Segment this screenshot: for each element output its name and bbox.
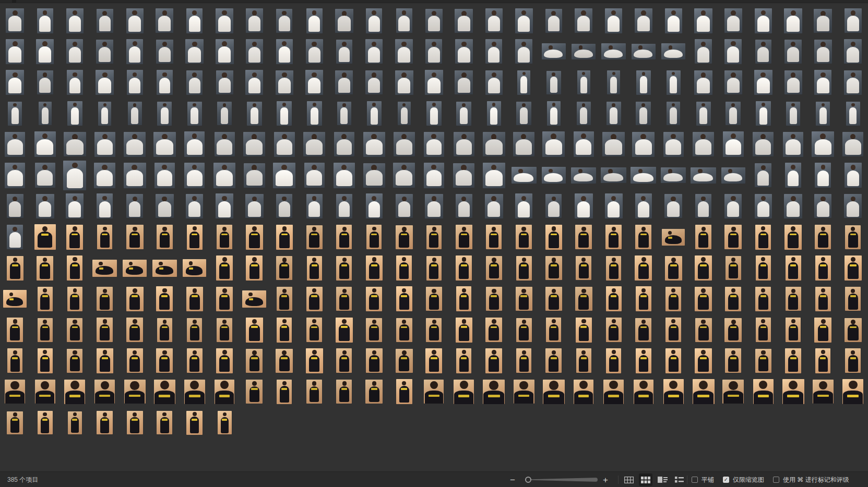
photo-thumbnail[interactable] xyxy=(366,318,382,342)
photo-thumbnail[interactable] xyxy=(365,380,383,404)
photo-thumbnail[interactable] xyxy=(184,380,205,404)
photo-thumbnail[interactable] xyxy=(785,163,801,188)
photo-thumbnail[interactable] xyxy=(335,70,353,94)
photo-thumbnail[interactable] xyxy=(726,256,741,280)
photo-thumbnail[interactable] xyxy=(7,194,23,218)
photo-thumbnail[interactable] xyxy=(456,348,471,373)
photo-thumbnail[interactable] xyxy=(545,9,562,33)
photo-thumbnail[interactable] xyxy=(695,318,712,342)
photo-thumbnail[interactable] xyxy=(216,8,233,33)
photo-thumbnail[interactable] xyxy=(277,287,292,311)
photo-thumbnail[interactable] xyxy=(306,194,323,218)
photo-thumbnail[interactable] xyxy=(753,379,774,404)
photo-thumbnail[interactable] xyxy=(36,194,54,218)
photo-thumbnail[interactable] xyxy=(515,8,533,33)
photo-thumbnail[interactable] xyxy=(455,9,473,33)
photo-thumbnail[interactable] xyxy=(97,193,113,218)
photo-thumbnail[interactable] xyxy=(724,39,742,64)
photo-thumbnail[interactable] xyxy=(516,348,531,373)
photo-thumbnail[interactable] xyxy=(426,318,442,342)
photo-thumbnail[interactable] xyxy=(606,256,621,281)
photo-thumbnail[interactable] xyxy=(394,132,415,156)
photo-thumbnail[interactable] xyxy=(187,318,202,342)
photo-thumbnail[interactable] xyxy=(814,70,831,95)
photo-thumbnail[interactable] xyxy=(631,167,656,184)
photo-thumbnail[interactable] xyxy=(426,287,442,311)
photo-thumbnail[interactable] xyxy=(66,8,84,33)
photo-thumbnail[interactable] xyxy=(38,348,53,373)
photo-thumbnail[interactable] xyxy=(126,318,143,342)
slider-track[interactable] xyxy=(526,478,598,482)
photo-thumbnail[interactable] xyxy=(844,39,862,64)
photo-thumbnail[interactable] xyxy=(126,225,144,249)
photo-thumbnail[interactable] xyxy=(336,256,352,281)
photo-thumbnail[interactable] xyxy=(786,102,800,126)
photo-thumbnail[interactable] xyxy=(98,102,111,126)
photo-thumbnail[interactable] xyxy=(455,70,473,94)
photo-thumbnail[interactable] xyxy=(7,411,23,434)
photo-thumbnail[interactable] xyxy=(784,225,802,250)
photo-thumbnail[interactable] xyxy=(635,225,651,249)
photo-thumbnail[interactable] xyxy=(606,348,621,373)
photo-thumbnail[interactable] xyxy=(246,8,263,33)
photo-thumbnail[interactable] xyxy=(845,318,862,342)
photo-thumbnail[interactable] xyxy=(183,259,206,277)
photo-thumbnail[interactable] xyxy=(277,101,292,126)
photo-thumbnail[interactable] xyxy=(632,44,656,59)
photo-thumbnail[interactable] xyxy=(218,411,232,434)
photo-thumbnail[interactable] xyxy=(756,255,771,281)
photo-thumbnail[interactable] xyxy=(6,70,24,95)
photo-thumbnail[interactable] xyxy=(516,287,532,311)
photo-thumbnail[interactable] xyxy=(723,131,744,157)
photo-thumbnail[interactable] xyxy=(245,194,264,218)
photo-thumbnail[interactable] xyxy=(425,9,443,33)
photo-thumbnail[interactable] xyxy=(754,70,772,95)
photo-thumbnail[interactable] xyxy=(67,318,82,342)
photo-thumbnail[interactable] xyxy=(156,8,173,33)
photo-thumbnail[interactable] xyxy=(693,132,714,156)
photo-thumbnail[interactable] xyxy=(487,101,501,126)
photo-thumbnail[interactable] xyxy=(516,256,532,281)
photo-thumbnail[interactable] xyxy=(337,102,351,125)
photo-thumbnail[interactable] xyxy=(366,287,382,311)
photo-thumbnail[interactable] xyxy=(845,8,862,33)
photo-thumbnail[interactable] xyxy=(216,39,234,64)
photo-thumbnail[interactable] xyxy=(67,349,82,373)
photo-thumbnail[interactable] xyxy=(127,411,143,434)
photo-thumbnail[interactable] xyxy=(845,163,862,188)
photo-thumbnail[interactable] xyxy=(66,193,84,218)
photo-thumbnail[interactable] xyxy=(37,256,53,281)
photo-thumbnail[interactable] xyxy=(363,132,385,157)
photo-thumbnail[interactable] xyxy=(336,225,352,249)
photo-thumbnail[interactable] xyxy=(185,39,204,64)
photo-thumbnail[interactable] xyxy=(8,102,22,126)
photo-thumbnail[interactable] xyxy=(483,163,505,188)
photo-thumbnail[interactable] xyxy=(7,348,22,373)
photo-thumbnail[interactable] xyxy=(516,318,532,342)
photo-thumbnail[interactable] xyxy=(516,225,532,249)
photo-thumbnail[interactable] xyxy=(247,102,262,126)
photo-thumbnail[interactable] xyxy=(694,8,712,33)
photo-thumbnail[interactable] xyxy=(395,39,413,64)
photo-thumbnail[interactable] xyxy=(486,225,502,249)
photo-thumbnail[interactable] xyxy=(576,256,591,280)
photo-thumbnail[interactable] xyxy=(575,287,592,311)
photo-thumbnail[interactable] xyxy=(366,255,383,281)
photo-thumbnail[interactable] xyxy=(215,380,234,404)
photo-thumbnail[interactable] xyxy=(157,318,172,342)
photo-thumbnail[interactable] xyxy=(815,348,830,373)
photo-thumbnail[interactable] xyxy=(425,348,442,373)
photo-thumbnail[interactable] xyxy=(306,287,323,311)
photo-thumbnail[interactable] xyxy=(216,287,233,311)
photo-thumbnail[interactable] xyxy=(306,8,323,33)
photo-thumbnail[interactable] xyxy=(156,286,173,311)
photo-thumbnail[interactable] xyxy=(665,256,682,281)
photo-thumbnail[interactable] xyxy=(606,318,622,342)
photo-thumbnail[interactable] xyxy=(365,39,383,64)
photo-thumbnail[interactable] xyxy=(215,132,235,156)
photo-thumbnail[interactable] xyxy=(542,131,565,157)
checkbox-checked[interactable]: ✓ xyxy=(723,477,729,483)
photo-thumbnail[interactable] xyxy=(216,193,233,218)
photo-thumbnail[interactable] xyxy=(276,349,293,373)
photo-thumbnail[interactable] xyxy=(67,255,82,281)
